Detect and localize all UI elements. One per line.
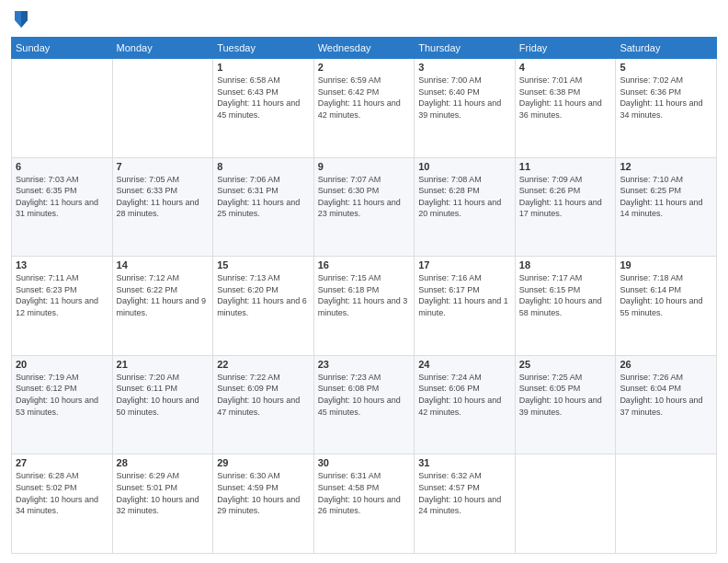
day-number: 26 bbox=[620, 359, 712, 370]
day-number: 9 bbox=[318, 161, 411, 172]
day-info: Sunrise: 6:29 AM Sunset: 5:01 PM Dayligh… bbox=[117, 470, 210, 516]
day-info: Sunrise: 7:09 AM Sunset: 6:26 PM Dayligh… bbox=[519, 174, 612, 220]
day-info: Sunrise: 7:13 AM Sunset: 6:20 PM Dayligh… bbox=[217, 272, 310, 318]
day-number: 14 bbox=[117, 259, 210, 270]
logo-icon bbox=[13, 9, 29, 29]
calendar-cell bbox=[112, 59, 213, 158]
calendar-cell: 17Sunrise: 7:16 AM Sunset: 6:17 PM Dayli… bbox=[415, 257, 516, 356]
svg-marker-1 bbox=[21, 11, 28, 28]
day-info: Sunrise: 6:59 AM Sunset: 6:42 PM Dayligh… bbox=[318, 75, 411, 121]
day-number: 12 bbox=[620, 161, 712, 172]
day-info: Sunrise: 7:25 AM Sunset: 6:05 PM Dayligh… bbox=[519, 372, 612, 418]
day-info: Sunrise: 7:06 AM Sunset: 6:31 PM Dayligh… bbox=[217, 174, 310, 220]
calendar-table: SundayMondayTuesdayWednesdayThursdayFrid… bbox=[11, 37, 717, 554]
calendar-week-4: 20Sunrise: 7:19 AM Sunset: 6:12 PM Dayli… bbox=[12, 355, 717, 454]
day-number: 2 bbox=[318, 62, 411, 73]
calendar-cell: 8Sunrise: 7:06 AM Sunset: 6:31 PM Daylig… bbox=[213, 157, 314, 257]
day-info: Sunrise: 7:11 AM Sunset: 6:23 PM Dayligh… bbox=[16, 272, 108, 318]
day-info: Sunrise: 7:05 AM Sunset: 6:33 PM Dayligh… bbox=[117, 174, 210, 220]
day-info: Sunrise: 7:01 AM Sunset: 6:38 PM Dayligh… bbox=[519, 75, 612, 121]
calendar-cell: 16Sunrise: 7:15 AM Sunset: 6:18 PM Dayli… bbox=[313, 257, 415, 356]
calendar-cell: 22Sunrise: 7:22 AM Sunset: 6:09 PM Dayli… bbox=[213, 355, 314, 454]
calendar-week-1: 1Sunrise: 6:58 AM Sunset: 6:43 PM Daylig… bbox=[12, 59, 717, 158]
day-info: Sunrise: 6:32 AM Sunset: 4:57 PM Dayligh… bbox=[418, 470, 511, 516]
calendar-week-5: 27Sunrise: 6:28 AM Sunset: 5:02 PM Dayli… bbox=[12, 454, 717, 554]
calendar-cell: 12Sunrise: 7:10 AM Sunset: 6:25 PM Dayli… bbox=[616, 157, 717, 257]
calendar-cell: 21Sunrise: 7:20 AM Sunset: 6:11 PM Dayli… bbox=[112, 355, 213, 454]
day-number: 10 bbox=[418, 161, 511, 172]
weekday-header-friday: Friday bbox=[515, 38, 616, 59]
calendar-cell: 6Sunrise: 7:03 AM Sunset: 6:35 PM Daylig… bbox=[12, 157, 113, 257]
calendar-cell: 9Sunrise: 7:07 AM Sunset: 6:30 PM Daylig… bbox=[313, 157, 415, 257]
day-info: Sunrise: 6:30 AM Sunset: 4:59 PM Dayligh… bbox=[217, 470, 310, 516]
calendar-cell: 7Sunrise: 7:05 AM Sunset: 6:33 PM Daylig… bbox=[112, 157, 213, 257]
weekday-header-thursday: Thursday bbox=[415, 38, 516, 59]
day-info: Sunrise: 7:23 AM Sunset: 6:08 PM Dayligh… bbox=[318, 372, 411, 418]
weekday-header-wednesday: Wednesday bbox=[313, 38, 415, 59]
calendar-cell: 15Sunrise: 7:13 AM Sunset: 6:20 PM Dayli… bbox=[213, 257, 314, 356]
day-number: 6 bbox=[16, 161, 108, 172]
logo bbox=[11, 9, 31, 29]
day-number: 29 bbox=[217, 457, 310, 468]
page: SundayMondayTuesdayWednesdayThursdayFrid… bbox=[0, 0, 728, 563]
calendar-week-3: 13Sunrise: 7:11 AM Sunset: 6:23 PM Dayli… bbox=[12, 257, 717, 356]
day-number: 1 bbox=[217, 62, 310, 73]
day-info: Sunrise: 7:00 AM Sunset: 6:40 PM Dayligh… bbox=[418, 75, 511, 121]
day-info: Sunrise: 7:12 AM Sunset: 6:22 PM Dayligh… bbox=[117, 272, 210, 318]
day-info: Sunrise: 7:10 AM Sunset: 6:25 PM Dayligh… bbox=[620, 174, 712, 220]
calendar-cell: 11Sunrise: 7:09 AM Sunset: 6:26 PM Dayli… bbox=[515, 157, 616, 257]
day-info: Sunrise: 6:58 AM Sunset: 6:43 PM Dayligh… bbox=[217, 75, 310, 121]
header bbox=[11, 9, 717, 29]
calendar-cell: 19Sunrise: 7:18 AM Sunset: 6:14 PM Dayli… bbox=[616, 257, 717, 356]
day-info: Sunrise: 7:22 AM Sunset: 6:09 PM Dayligh… bbox=[217, 372, 310, 418]
calendar-cell: 27Sunrise: 6:28 AM Sunset: 5:02 PM Dayli… bbox=[12, 454, 113, 554]
day-info: Sunrise: 7:18 AM Sunset: 6:14 PM Dayligh… bbox=[620, 272, 712, 318]
calendar-cell: 10Sunrise: 7:08 AM Sunset: 6:28 PM Dayli… bbox=[415, 157, 516, 257]
calendar-cell: 25Sunrise: 7:25 AM Sunset: 6:05 PM Dayli… bbox=[515, 355, 616, 454]
calendar-week-2: 6Sunrise: 7:03 AM Sunset: 6:35 PM Daylig… bbox=[12, 157, 717, 257]
day-info: Sunrise: 7:17 AM Sunset: 6:15 PM Dayligh… bbox=[519, 272, 612, 318]
calendar-cell: 14Sunrise: 7:12 AM Sunset: 6:22 PM Dayli… bbox=[112, 257, 213, 356]
day-number: 28 bbox=[117, 457, 210, 468]
calendar-cell: 30Sunrise: 6:31 AM Sunset: 4:58 PM Dayli… bbox=[313, 454, 415, 554]
day-number: 8 bbox=[217, 161, 310, 172]
day-number: 25 bbox=[519, 359, 612, 370]
day-number: 22 bbox=[217, 359, 310, 370]
calendar-cell bbox=[12, 59, 113, 158]
day-info: Sunrise: 6:31 AM Sunset: 4:58 PM Dayligh… bbox=[318, 470, 411, 516]
day-number: 18 bbox=[519, 259, 612, 270]
day-number: 20 bbox=[16, 359, 108, 370]
calendar-cell: 2Sunrise: 6:59 AM Sunset: 6:42 PM Daylig… bbox=[313, 59, 415, 158]
day-number: 30 bbox=[318, 457, 411, 468]
day-number: 13 bbox=[16, 259, 108, 270]
weekday-header-monday: Monday bbox=[112, 38, 213, 59]
calendar-cell bbox=[616, 454, 717, 554]
day-number: 5 bbox=[620, 62, 712, 73]
day-number: 16 bbox=[318, 259, 411, 270]
weekday-header-sunday: Sunday bbox=[12, 38, 113, 59]
day-number: 4 bbox=[519, 62, 612, 73]
day-info: Sunrise: 7:07 AM Sunset: 6:30 PM Dayligh… bbox=[318, 174, 411, 220]
day-info: Sunrise: 7:02 AM Sunset: 6:36 PM Dayligh… bbox=[620, 75, 712, 121]
calendar-cell: 31Sunrise: 6:32 AM Sunset: 4:57 PM Dayli… bbox=[415, 454, 516, 554]
calendar-cell: 13Sunrise: 7:11 AM Sunset: 6:23 PM Dayli… bbox=[12, 257, 113, 356]
day-info: Sunrise: 7:03 AM Sunset: 6:35 PM Dayligh… bbox=[16, 174, 108, 220]
weekday-header-row: SundayMondayTuesdayWednesdayThursdayFrid… bbox=[12, 38, 717, 59]
day-info: Sunrise: 6:28 AM Sunset: 5:02 PM Dayligh… bbox=[16, 470, 108, 516]
day-number: 15 bbox=[217, 259, 310, 270]
day-info: Sunrise: 7:20 AM Sunset: 6:11 PM Dayligh… bbox=[117, 372, 210, 418]
calendar-cell: 29Sunrise: 6:30 AM Sunset: 4:59 PM Dayli… bbox=[213, 454, 314, 554]
calendar-cell: 4Sunrise: 7:01 AM Sunset: 6:38 PM Daylig… bbox=[515, 59, 616, 158]
day-number: 3 bbox=[418, 62, 511, 73]
calendar-cell: 26Sunrise: 7:26 AM Sunset: 6:04 PM Dayli… bbox=[616, 355, 717, 454]
calendar-cell: 18Sunrise: 7:17 AM Sunset: 6:15 PM Dayli… bbox=[515, 257, 616, 356]
day-number: 19 bbox=[620, 259, 712, 270]
day-info: Sunrise: 7:08 AM Sunset: 6:28 PM Dayligh… bbox=[418, 174, 511, 220]
calendar-cell bbox=[515, 454, 616, 554]
day-info: Sunrise: 7:16 AM Sunset: 6:17 PM Dayligh… bbox=[418, 272, 511, 318]
day-number: 31 bbox=[418, 457, 511, 468]
calendar-cell: 3Sunrise: 7:00 AM Sunset: 6:40 PM Daylig… bbox=[415, 59, 516, 158]
day-number: 23 bbox=[318, 359, 411, 370]
calendar-cell: 24Sunrise: 7:24 AM Sunset: 6:06 PM Dayli… bbox=[415, 355, 516, 454]
day-info: Sunrise: 7:15 AM Sunset: 6:18 PM Dayligh… bbox=[318, 272, 411, 318]
